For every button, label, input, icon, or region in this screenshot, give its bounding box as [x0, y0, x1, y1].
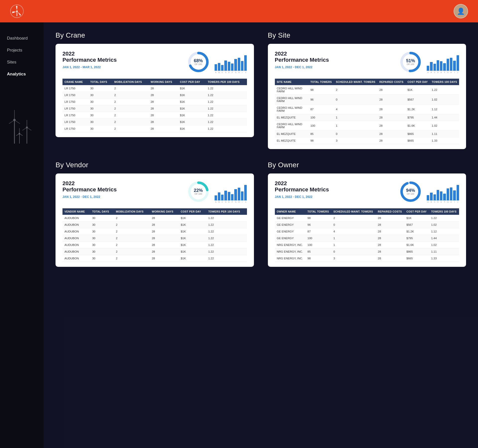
donut-chart: 94% OF 100: [399, 180, 422, 203]
table-cell: 30: [88, 125, 112, 132]
bar-chart-inner: [215, 54, 247, 71]
table-cell: 1.11: [429, 248, 459, 255]
table-cell: 28: [376, 215, 405, 222]
crane-illustration: [0, 95, 44, 145]
bar-8: [453, 190, 456, 200]
table-cell: 30: [90, 248, 114, 255]
table-cell: AUDUBON: [62, 222, 90, 228]
bar-label-6: G: [234, 201, 237, 203]
bar-label-4: E: [228, 201, 230, 203]
table-cell: 2: [112, 99, 149, 105]
table-row: EL MEZQUITE100128$7951.44: [275, 114, 459, 121]
sidebar: DashboardProjectsSitesAnalytics: [0, 22, 44, 448]
metrics-text: 2022 Performance Metrics JAN 1, 2022 - D…: [62, 180, 182, 199]
data-table: VENDOR NAMETOTAL DAYSMOBILIZATION DAYSWO…: [62, 208, 247, 262]
donut-of: OF 100: [406, 63, 415, 65]
table-cell: 4: [331, 228, 376, 235]
table-header-row: VENDOR NAMETOTAL DAYSMOBILIZATION DAYSWO…: [62, 208, 247, 215]
table-cell: 30: [88, 119, 112, 125]
bar-0: [427, 195, 429, 200]
metrics-label: Performance Metrics: [62, 57, 182, 63]
bar-3: [224, 60, 227, 71]
table-cell: 85: [308, 131, 334, 137]
bar-chart: ABCDEFGHIJ: [215, 51, 247, 73]
table-cell: 2: [331, 215, 376, 222]
bar-label-5: F: [443, 71, 446, 73]
metrics-date: JAN 1, 2022 - DEC 1, 2022: [62, 195, 182, 199]
sidebar-item-analytics[interactable]: Analytics: [0, 68, 44, 80]
card-top: 2022 Performance Metrics JAN 1, 2022 - D…: [275, 51, 459, 73]
table-cell: EL MEZQUITE: [275, 114, 308, 121]
donut-percent: 94%: [406, 188, 415, 193]
table-row: AUDUBON30228$1K1.22: [62, 235, 247, 242]
bar-4: [228, 62, 230, 71]
section-by-site: By Site 2022 Performance Metrics JAN 1, …: [268, 31, 466, 149]
table-cell: 28: [377, 137, 406, 144]
table-cell: 1.12: [430, 105, 459, 114]
header-left: [10, 4, 28, 18]
table-cell: 28: [150, 215, 179, 222]
table-cell: $1K: [179, 235, 206, 242]
table-cell: 30: [88, 99, 112, 105]
table-cell: $1K: [178, 99, 206, 105]
metrics-label: Performance Metrics: [275, 57, 395, 63]
table-cell: AUDUBON: [62, 242, 90, 248]
donut-of: OF 100: [406, 193, 415, 195]
bar-label-9: J: [457, 201, 459, 203]
bar-label-2: C: [433, 71, 436, 73]
data-table: CRANE NAMETOTAL DAYSMOBILIZATION DAYSWOR…: [62, 79, 247, 132]
bar-8: [241, 191, 243, 200]
table-body: GE ENERGY98228$1K1.22GE ENERGY96028$5671…: [275, 215, 459, 262]
table-cell: 100: [308, 121, 334, 131]
table-cell: AUDUBON: [62, 215, 90, 222]
svg-rect-2: [17, 12, 17, 16]
header-right: 👤: [450, 4, 468, 18]
donut-percent: 51%: [406, 58, 415, 63]
metrics-text: 2022 Performance Metrics JAN 1, 2022 - D…: [275, 180, 395, 199]
table-row: GE ENERGY98228$1K1.22: [275, 215, 459, 222]
table-cell: 1.02: [430, 95, 459, 105]
table-cell: LR 1750: [62, 112, 88, 119]
card-by-vendor: 2022 Performance Metrics JAN 1, 2022 - D…: [56, 173, 254, 267]
metrics-year: 2022: [275, 180, 395, 186]
svg-line-16: [16, 134, 19, 136]
table-cell: $1K: [179, 242, 206, 248]
bar-label-1: B: [218, 201, 220, 203]
table-cell: 30: [88, 85, 112, 92]
table-cell: EL MEZQUITE: [275, 137, 308, 144]
table-cell: 1.22: [206, 242, 247, 248]
sidebar-item-projects[interactable]: Projects: [0, 44, 44, 56]
sidebar-item-sites[interactable]: Sites: [0, 56, 44, 68]
card-by-owner: 2022 Performance Metrics JAN 1, 2022 - D…: [268, 173, 466, 267]
bar-5: [231, 194, 234, 200]
metrics-label: Performance Metrics: [275, 186, 395, 193]
table-cell: $665: [406, 137, 430, 144]
table-cell: AUDUBON: [62, 235, 90, 242]
bar-chart-inner: [427, 54, 459, 71]
table-cell: GE ENERGY: [275, 228, 306, 235]
table-cell: 2: [334, 85, 377, 95]
table-cell: 2: [112, 105, 149, 112]
table-cell: 2: [114, 228, 150, 235]
table-row: AUDUBON30228$1K1.22: [62, 255, 247, 262]
table-cell: 30: [88, 92, 112, 99]
table-cell: $795: [405, 235, 429, 242]
bar-label-0: A: [427, 201, 429, 203]
table-header-row: OWNER NAMETOTAL TOWERSSCHEDULED MAINT. T…: [275, 208, 459, 215]
table-cell: 2: [112, 92, 149, 99]
bar-label-6: G: [447, 201, 449, 203]
table-cell: 28: [376, 242, 405, 248]
table-cell: 2: [114, 242, 150, 248]
table-row: GE ENERGY87428$1.2K1.12: [275, 228, 459, 235]
sidebar-item-dashboard[interactable]: Dashboard: [0, 32, 44, 44]
bar-7: [450, 58, 452, 71]
bar-label-9: J: [244, 201, 247, 203]
table-cell: 28: [149, 112, 178, 119]
table-cell: $1K: [406, 85, 430, 95]
bar-label-0: A: [215, 71, 217, 73]
table-cell: 85: [305, 248, 331, 255]
table-row: CEDRO HILL WIND FARM96028$5671.02: [275, 95, 459, 105]
logo-icon: [10, 4, 24, 18]
table-cell: $1K: [179, 248, 206, 255]
bar-6: [234, 189, 237, 200]
